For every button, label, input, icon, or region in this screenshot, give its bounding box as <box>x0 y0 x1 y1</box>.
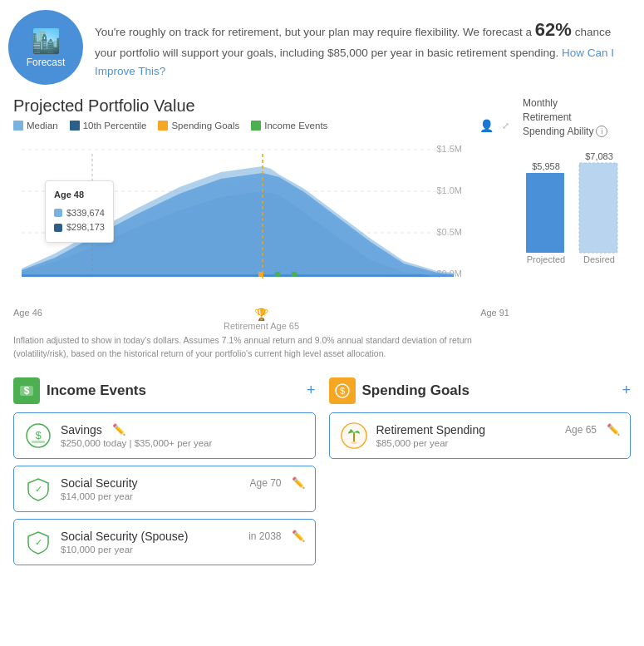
income-events-add-button[interactable]: + <box>307 382 316 399</box>
chart-age-labels: Age 46 🏆 Retirement Age 65 Age 91 <box>13 308 509 331</box>
income-swatch <box>251 121 261 131</box>
coin-icon: $ <box>334 382 351 399</box>
social-security-spouse-icon: ✓ <box>24 528 52 556</box>
spending-label: Spending Goals <box>171 121 239 131</box>
spending-goals-title: Spending Goals <box>362 382 616 399</box>
cards-section: $ Income Events + $ Savings ✏️ $250,000 <box>0 364 644 585</box>
svg-text:$: $ <box>24 385 30 397</box>
social-security-sub: $14,000 per year <box>61 491 305 501</box>
retirement-label: 🏆 Retirement Age 65 <box>224 308 299 331</box>
chart-tooltip: Age 48 $339,674 $298,173 <box>45 180 114 243</box>
retirement-spending-icon <box>340 422 368 450</box>
chart-title: Projected Portfolio Value <box>13 96 509 116</box>
tooltip-value-2: $298,173 <box>66 220 105 235</box>
tooltip-swatch-2 <box>54 224 62 232</box>
svg-text:$1.5M: $1.5M <box>436 144 462 154</box>
social-security-spouse-title: Social Security (Spouse) in 2038 ✏️ <box>61 530 305 543</box>
svg-text:$5,958: $5,958 <box>532 161 560 171</box>
svg-point-33 <box>351 441 357 444</box>
retirement-edit-icon[interactable]: ✏️ <box>607 423 620 436</box>
header-text: You're roughly on track for retirement, … <box>95 10 631 80</box>
savings-edit-icon[interactable]: ✏️ <box>112 423 125 436</box>
spouse-sub: $10,000 per year <box>61 545 305 555</box>
10th-label: 10th Percentile <box>83 121 147 131</box>
income-events-col: $ Income Events + $ Savings ✏️ $250,000 <box>13 377 316 572</box>
retirement-spending-card: Retirement Spending Age 65 ✏️ $85,000 pe… <box>329 412 632 459</box>
legend-spending: Spending Goals <box>158 121 239 131</box>
age-right: Age 91 <box>480 308 509 331</box>
dollar-icon: $ <box>18 382 35 399</box>
legend-income: Income Events <box>251 121 327 131</box>
chart-main: Projected Portfolio Value Median 10th Pe… <box>13 96 509 361</box>
income-label: Income Events <box>264 121 327 131</box>
svg-text:✓: ✓ <box>35 537 42 547</box>
income-events-header: $ Income Events + <box>13 377 316 404</box>
svg-text:$1.0M: $1.0M <box>436 185 462 195</box>
monthly-spending-chart: MonthlyRetirementSpending Abilityi $5,95… <box>523 96 631 361</box>
shield-svg-1: ✓ <box>25 476 52 502</box>
social-security-card: ✓ Social Security Age 70 ✏️ $14,000 per … <box>13 466 316 512</box>
retirement-spending-sub: $85,000 per year <box>376 438 621 448</box>
tooltip-age: Age 48 <box>54 188 105 203</box>
tooltip-row-2: $298,173 <box>54 220 105 235</box>
svg-text:Desired: Desired <box>583 254 615 264</box>
social-security-edit-icon[interactable]: ✏️ <box>292 476 305 489</box>
header-section: 🏙️ Forecast You're roughly on track for … <box>0 0 644 93</box>
social-security-age: Age 70 <box>249 477 281 489</box>
savings-body: Savings ✏️ $250,000 today | $35,000+ per… <box>61 423 305 448</box>
age-left: Age 46 <box>13 308 42 331</box>
median-swatch <box>13 121 23 131</box>
savings-sub: $250,000 today | $35,000+ per year <box>61 438 305 448</box>
savings-title: Savings ✏️ <box>61 423 305 436</box>
social-security-spouse-body: Social Security (Spouse) in 2038 ✏️ $10,… <box>61 530 305 555</box>
savings-svg: $ <box>25 422 52 449</box>
spending-goals-header: $ Spending Goals + <box>329 377 632 404</box>
forecast-label: Forecast <box>27 57 66 68</box>
median-label: Median <box>27 121 58 131</box>
tooltip-value-1: $339,674 <box>66 206 105 221</box>
social-security-icon: ✓ <box>24 475 52 503</box>
chart-svg-container: $1.5M $1.0M $0.5M $0.0M <box>13 137 509 306</box>
spending-goals-add-button[interactable]: + <box>622 382 631 399</box>
svg-text:$0.5M: $0.5M <box>436 227 462 237</box>
income-events-title: Income Events <box>47 382 300 399</box>
svg-text:$: $ <box>35 429 42 441</box>
palm-icon <box>340 421 368 451</box>
retirement-age-label: Retirement Age 65 <box>224 321 299 331</box>
bar-chart-svg: $5,958 $7,083 Projected Desired <box>523 145 622 269</box>
header-percentage: 62% <box>535 19 572 40</box>
monthly-spending-title: MonthlyRetirementSpending Abilityi <box>523 96 631 138</box>
savings-card: $ Savings ✏️ $250,000 today | $35,000+ p… <box>13 412 316 459</box>
shield-svg-2: ✓ <box>25 529 52 555</box>
social-security-body: Social Security Age 70 ✏️ $14,000 per ye… <box>61 476 305 501</box>
projected-bar <box>526 173 564 253</box>
tooltip-row-1: $339,674 <box>54 206 105 221</box>
social-security-spouse-card: ✓ Social Security (Spouse) in 2038 ✏️ $1… <box>13 519 316 565</box>
desired-bar <box>579 163 617 253</box>
spending-goals-col: $ Spending Goals + Re <box>329 377 632 572</box>
spouse-edit-icon[interactable]: ✏️ <box>292 530 305 542</box>
svg-text:Projected: Projected <box>527 254 565 264</box>
retirement-spending-title: Retirement Spending Age 65 ✏️ <box>376 423 621 436</box>
trophy-icon: 🏆 <box>254 308 268 321</box>
forecast-buildings-icon: 🏙️ <box>27 27 66 55</box>
header-text1: You're roughly on track for retirement, … <box>95 26 535 38</box>
retirement-age: Age 65 <box>565 424 597 436</box>
svg-rect-13 <box>258 272 263 277</box>
svg-text:✓: ✓ <box>35 484 42 494</box>
expand-icon[interactable]: ⤢ <box>502 121 509 131</box>
svg-text:$7,083: $7,083 <box>585 151 613 161</box>
info-icon: i <box>596 126 607 137</box>
income-events-icon: $ <box>13 377 40 404</box>
person-icon[interactable]: 👤 <box>479 119 494 132</box>
social-security-title: Social Security Age 70 ✏️ <box>61 476 305 490</box>
legend-median: Median <box>13 121 58 131</box>
spending-swatch <box>158 121 168 131</box>
tooltip-swatch-1 <box>54 209 62 217</box>
legend-10th: 10th Percentile <box>70 121 147 131</box>
forecast-icon: 🏙️ Forecast <box>8 10 83 85</box>
svg-rect-26 <box>32 441 45 443</box>
spouse-age: in 2038 <box>248 530 281 542</box>
chart-section: Projected Portfolio Value Median 10th Pe… <box>0 93 644 361</box>
chart-legend: Median 10th Percentile Spending Goals In… <box>13 119 509 132</box>
